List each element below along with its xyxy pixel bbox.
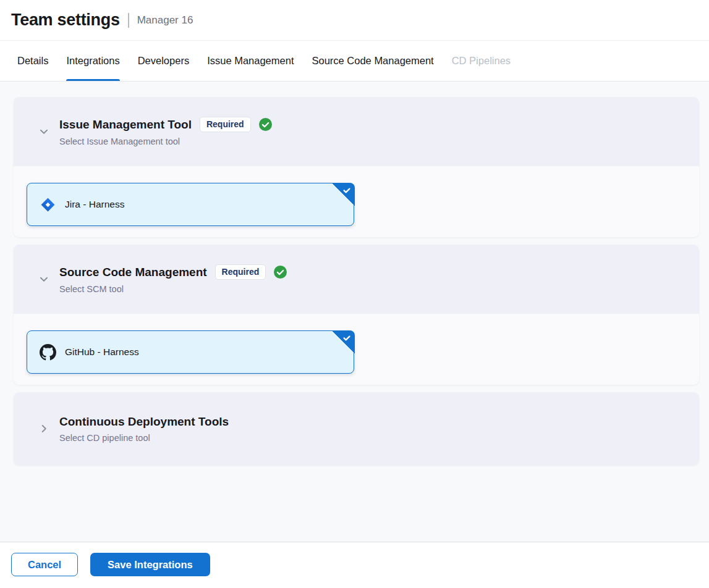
section-body-issue-management: Jira - Harness [14,166,699,237]
footer-action-bar: Cancel Save Integrations [0,542,709,588]
jira-icon [40,196,56,213]
tab-integrations[interactable]: Integrations [66,41,119,81]
section-subtitle: Select CD pipeline tool [59,433,229,443]
section-issue-management-tool: Issue Management Tool Required Select Is… [14,97,699,237]
tool-card-jira-harness[interactable]: Jira - Harness [27,183,354,226]
title-divider [128,13,129,28]
team-settings-page: Team settings Manager 16 Details Integra… [0,0,709,588]
chevron-right-icon [38,423,49,434]
section-subtitle: Select SCM tool [59,284,287,294]
page-context-label: Manager 16 [137,14,193,27]
tab-developers[interactable]: Developers [138,41,189,81]
tab-source-code-management[interactable]: Source Code Management [312,41,433,81]
tool-name: Jira - Harness [65,199,124,210]
section-source-code-management: Source Code Management Required Select S… [14,245,699,385]
chevron-down-icon [38,274,49,285]
section-title: Continuous Deployment Tools [59,415,229,429]
tab-details[interactable]: Details [17,41,48,81]
green-check-circle-icon [274,266,287,279]
section-header-issue-management[interactable]: Issue Management Tool Required Select Is… [14,97,699,166]
section-header-scm[interactable]: Source Code Management Required Select S… [14,245,699,314]
github-icon [40,344,56,361]
tab-cd-pipelines: CD Pipelines [452,41,511,81]
tool-card-github-harness[interactable]: GitHub - Harness [27,330,354,374]
page-header: Team settings Manager 16 [0,0,709,41]
chevron-down-icon [38,126,49,137]
check-icon [342,334,351,342]
section-header-cd-tools[interactable]: Continuous Deployment Tools Select CD pi… [14,392,699,465]
tab-issue-management[interactable]: Issue Management [207,41,294,81]
section-continuous-deployment-tools: Continuous Deployment Tools Select CD pi… [14,392,699,465]
required-badge: Required [215,264,266,280]
cancel-button[interactable]: Cancel [11,553,78,576]
integrations-content: Issue Management Tool Required Select Is… [0,82,709,542]
section-title: Source Code Management [59,266,207,279]
section-title: Issue Management Tool [59,118,192,132]
tool-name: GitHub - Harness [65,346,139,358]
check-icon [342,186,351,195]
section-body-scm: GitHub - Harness [14,314,699,385]
section-subtitle: Select Issue Management tool [59,136,272,146]
page-title: Team settings [11,10,120,30]
required-badge: Required [200,117,251,133]
tab-bar: Details Integrations Developers Issue Ma… [0,41,709,82]
green-check-circle-icon [259,118,272,131]
save-integrations-button[interactable]: Save Integrations [90,553,210,576]
